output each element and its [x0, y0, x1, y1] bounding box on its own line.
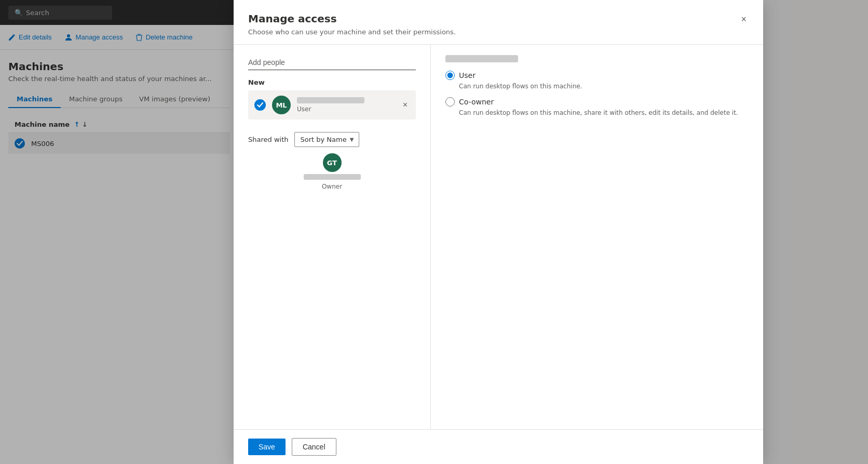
new-user-role: User	[297, 105, 395, 113]
new-user-name-blurred	[297, 97, 364, 103]
new-user-card: ML User ×	[248, 90, 416, 120]
role-radio-group: User Can run desktop flows on this machi…	[445, 71, 749, 117]
new-user-info: User	[297, 97, 395, 113]
coowner-role-option: Co-owner Can run desktop flows on this m…	[445, 97, 749, 117]
modal-body: New ML User × Shar	[234, 45, 763, 429]
user-role-radio[interactable]	[445, 71, 455, 80]
left-panel: New ML User × Shar	[234, 45, 431, 429]
new-user-avatar: ML	[272, 96, 291, 114]
coowner-role-label: Co-owner	[459, 98, 494, 106]
shared-user-avatar: GT	[323, 153, 342, 172]
selected-user-name-blurred	[445, 55, 518, 62]
modal-footer: Save Cancel	[234, 429, 763, 464]
manage-access-modal: Manage access Choose who can use your ma…	[234, 0, 763, 464]
coowner-role-radio[interactable]	[445, 97, 455, 107]
user-role-desc: Can run desktop flows on this machine.	[459, 82, 749, 91]
modal-header: Manage access Choose who can use your ma…	[234, 0, 763, 45]
modal-subtitle: Choose who can use your machine and set …	[248, 28, 456, 36]
modal-title: Manage access	[248, 12, 456, 25]
right-panel: User Can run desktop flows on this machi…	[431, 45, 763, 429]
shared-user-role: Owner	[322, 183, 342, 190]
shared-with-label: Shared with	[248, 136, 288, 143]
sort-by-name-label: Sort by Name	[300, 136, 346, 143]
new-section: New ML User ×	[248, 78, 416, 120]
shared-user-item: GT Owner	[248, 147, 416, 196]
save-button[interactable]: Save	[248, 439, 286, 455]
user-role-option: User Can run desktop flows on this machi…	[445, 71, 749, 91]
shared-user-name-blurred	[304, 174, 361, 180]
sort-by-dropdown[interactable]: Sort by Name ▼	[294, 132, 359, 147]
new-user-selected-icon	[254, 99, 266, 111]
user-role-label: User	[459, 71, 476, 79]
cancel-button[interactable]: Cancel	[292, 438, 336, 456]
new-section-label: New	[248, 78, 416, 86]
modal-close-button[interactable]: ×	[739, 12, 749, 26]
remove-user-button[interactable]: ×	[401, 98, 410, 112]
add-people-input[interactable]	[248, 55, 416, 70]
coowner-role-desc: Can run desktop flows on this machine, s…	[459, 109, 749, 117]
chevron-down-icon: ▼	[350, 137, 354, 142]
shared-with-section: Shared with Sort by Name ▼ GT Owner	[248, 128, 416, 196]
shared-with-row: Shared with Sort by Name ▼	[248, 132, 416, 147]
